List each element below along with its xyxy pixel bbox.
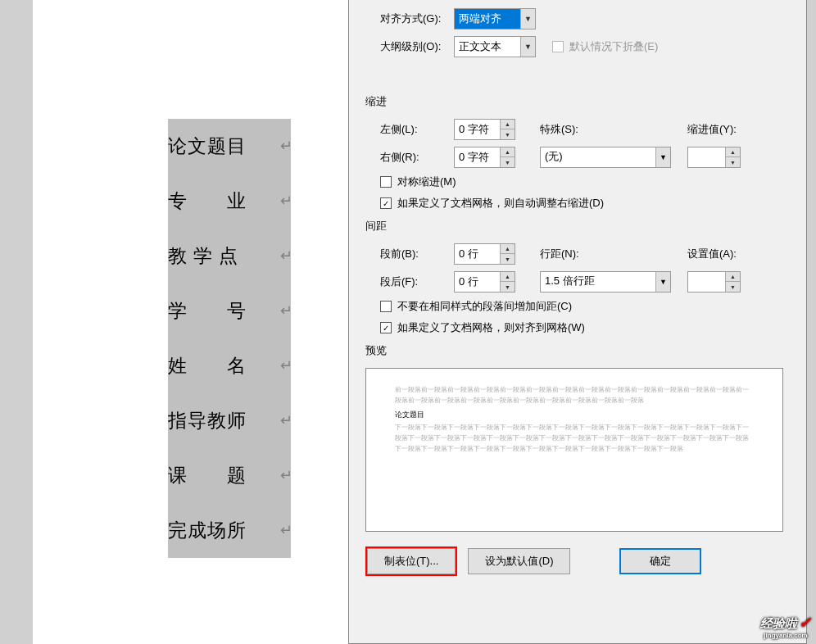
grid-indent-checkbox[interactable]: ✓ <box>380 197 392 209</box>
spin-up-icon[interactable]: ▲ <box>501 272 515 282</box>
alignment-select[interactable]: 两端对齐 ▼ <box>454 8 536 29</box>
text-line: 课 题↵ <box>168 448 291 503</box>
at-label: 设置值(A): <box>687 247 737 261</box>
collapse-label: 默认情况下折叠(E) <box>569 39 658 54</box>
spin-down-icon[interactable]: ▼ <box>726 157 740 167</box>
nospace-label: 不要在相同样式的段落间增加间距(C) <box>397 299 572 314</box>
preview-section-title: 预览 <box>365 343 783 358</box>
before-spinner[interactable]: ▲▼ <box>454 243 515 265</box>
right-indent-input[interactable] <box>455 147 500 167</box>
nospace-checkbox[interactable] <box>380 301 392 312</box>
snap-grid-checkbox[interactable]: ✓ <box>380 322 392 333</box>
right-indent-spinner[interactable]: ▲▼ <box>454 147 515 168</box>
dropdown-icon[interactable]: ▼ <box>655 147 670 167</box>
left-indent-input[interactable] <box>455 120 500 139</box>
line-spacing-select[interactable]: 1.5 倍行距 ▼ <box>540 271 671 293</box>
after-spinner[interactable]: ▲▼ <box>454 271 515 293</box>
text-line: 教 学 点↵ <box>168 229 291 283</box>
paragraph-mark: ↵ <box>280 393 293 448</box>
text-line: 指导教师↵ <box>168 393 291 448</box>
after-input[interactable] <box>455 272 500 292</box>
dropdown-icon[interactable]: ▼ <box>520 37 535 57</box>
outline-select[interactable]: 正文文本 ▼ <box>454 36 536 57</box>
snap-grid-label: 如果定义了文档网格，则对齐到网格(W) <box>397 320 585 335</box>
paragraph-mark: ↵ <box>280 338 293 393</box>
ok-button[interactable]: 确定 <box>619 548 701 574</box>
paragraph-mark: ↵ <box>280 229 293 283</box>
right-indent-label: 右侧(R): <box>380 150 454 165</box>
paragraph-mark: ↵ <box>280 174 293 229</box>
text-line: 专 业↵ <box>168 174 291 229</box>
preview-next-text: 下一段落下一段落下一段落下一段落下一段落下一段落下一段落下一段落下一段落下一段落… <box>395 423 754 454</box>
at-input[interactable] <box>688 272 725 292</box>
special-select[interactable]: (无) ▼ <box>540 147 671 168</box>
after-label: 段后(F): <box>380 274 454 289</box>
tabs-button[interactable]: 制表位(T)... <box>367 548 456 574</box>
alignment-label: 对齐方式(G): <box>380 11 454 26</box>
before-label: 段前(B): <box>380 247 454 261</box>
paragraph-mark: ↵ <box>280 448 293 503</box>
spin-up-icon[interactable]: ▲ <box>501 120 515 129</box>
at-spinner[interactable]: ▲▼ <box>687 271 741 293</box>
check-icon: ✓ <box>799 615 811 631</box>
grid-indent-label: 如果定义了文档网格，则自动调整右缩进(D) <box>397 196 604 211</box>
preview-box: 前一段落前一段落前一段落前一段落前一段落前一段落前一段落前一段落前一段落前一段落… <box>365 368 783 532</box>
paragraph-mark: ↵ <box>280 283 293 338</box>
by-label: 缩进值(Y): <box>687 122 737 137</box>
paragraph-mark: ↵ <box>280 503 293 558</box>
before-input[interactable] <box>455 244 500 264</box>
dropdown-icon[interactable]: ▼ <box>655 272 670 292</box>
text-line: 论文题目↵ <box>168 119 291 174</box>
by-spinner[interactable]: ▲▼ <box>687 147 741 168</box>
mirror-indent-label: 对称缩进(M) <box>397 175 456 189</box>
spin-down-icon[interactable]: ▼ <box>501 157 515 167</box>
collapse-checkbox <box>552 41 564 52</box>
preview-prev-text: 前一段落前一段落前一段落前一段落前一段落前一段落前一段落前一段落前一段落前一段落… <box>395 385 754 406</box>
spin-up-icon[interactable]: ▲ <box>726 272 740 282</box>
paragraph-dialog: 对齐方式(G): 两端对齐 ▼ 大纲级别(O): 正文文本 ▼ 默认情况下折叠(… <box>348 0 807 644</box>
preview-sample-text: 论文题目 <box>395 409 754 420</box>
indent-section-title: 缩进 <box>365 94 783 109</box>
left-indent-spinner[interactable]: ▲▼ <box>454 119 515 140</box>
special-label: 特殊(S): <box>540 122 614 137</box>
left-indent-label: 左侧(L): <box>380 122 454 137</box>
spin-up-icon[interactable]: ▲ <box>501 147 515 157</box>
text-line: 姓 名↵ <box>168 338 291 393</box>
outline-label: 大纲级别(O): <box>380 39 454 54</box>
selected-text-block[interactable]: 论文题目↵ 专 业↵ 教 学 点↵ 学 号↵ 姓 名↵ 指导教师↵ 课 题↵ 完… <box>168 119 291 558</box>
set-default-button[interactable]: 设为默认值(D) <box>468 548 570 574</box>
spin-up-icon[interactable]: ▲ <box>726 147 740 157</box>
text-line: 完成场所↵ <box>168 503 291 558</box>
watermark: 经验啦✓ jingyanla.com <box>760 614 811 639</box>
paragraph-mark: ↵ <box>280 119 293 174</box>
spin-up-icon[interactable]: ▲ <box>501 244 515 254</box>
text-line: 学 号↵ <box>168 283 291 338</box>
by-input[interactable] <box>688 147 725 167</box>
spin-down-icon[interactable]: ▼ <box>501 129 515 139</box>
spacing-section-title: 间距 <box>365 219 783 234</box>
spin-down-icon[interactable]: ▼ <box>501 254 515 264</box>
spin-down-icon[interactable]: ▼ <box>501 282 515 292</box>
line-spacing-label: 行距(N): <box>540 247 614 261</box>
mirror-indent-checkbox[interactable] <box>380 176 392 188</box>
spin-down-icon[interactable]: ▼ <box>726 282 740 292</box>
dropdown-icon[interactable]: ▼ <box>520 9 535 29</box>
